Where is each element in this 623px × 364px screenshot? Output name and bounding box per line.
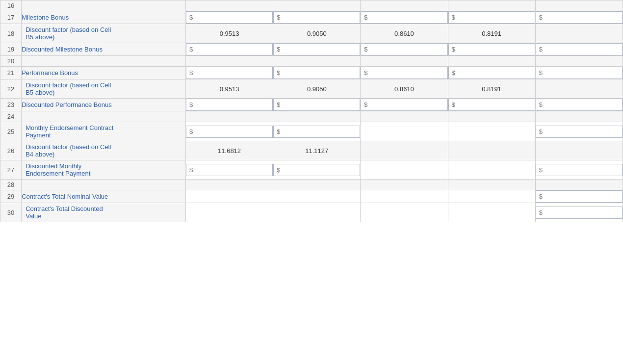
cell-21-1[interactable]: [185, 67, 273, 79]
input-19-1[interactable]: [186, 43, 273, 55]
row-num-26: 26: [0, 141, 22, 160]
cell-19-1[interactable]: [185, 43, 273, 56]
input-17-3[interactable]: [361, 11, 447, 24]
input-21-5[interactable]: [536, 67, 623, 79]
cell-24-5: [535, 111, 623, 122]
cell-25-3: [361, 122, 448, 141]
row-num-16: 16: [0, 0, 22, 11]
row-num-25: 25: [0, 122, 22, 141]
row-label-27-line2: Endorsement Payment: [26, 170, 182, 177]
cell-28-4: [448, 180, 535, 190]
row-26: 26 Discount factor (based on Cell B4 abo…: [0, 141, 623, 160]
cell-18-3: 0.8610: [361, 24, 448, 43]
cell-29-3: [361, 190, 448, 203]
input-23-1[interactable]: [186, 99, 273, 111]
input-23-4[interactable]: [448, 99, 535, 111]
input-27-2[interactable]: [273, 164, 360, 176]
cell-23-3[interactable]: [361, 99, 448, 111]
row-num-19: 19: [0, 43, 22, 56]
cell-19-5[interactable]: [535, 43, 623, 56]
cell-18-1: 0.9513: [185, 24, 273, 43]
row-label-29: Contract's Total Nominal Value: [22, 190, 186, 203]
cell-25-5[interactable]: [535, 122, 623, 141]
cell-18-5: [535, 24, 623, 43]
input-29-5[interactable]: [536, 190, 623, 203]
cell-29-1: [185, 190, 273, 203]
input-21-3[interactable]: [361, 67, 447, 79]
cell-20-3: [361, 56, 448, 67]
row-label-25: Monthly Endorsement Contract Payment: [22, 122, 186, 141]
cell-21-4[interactable]: [448, 67, 535, 79]
input-23-3[interactable]: [361, 99, 447, 111]
cell-22-2: 0.9050: [273, 79, 361, 99]
row-17: 17 Milestone Bonus: [0, 11, 623, 24]
spreadsheet-table: 16 17 Milestone Bonus 18 Discount: [0, 0, 623, 222]
cell-30-5[interactable]: [535, 203, 623, 222]
input-21-1[interactable]: [186, 67, 273, 79]
input-25-2[interactable]: [273, 126, 360, 138]
cell-17-1[interactable]: [185, 11, 273, 24]
cell-27-5[interactable]: [535, 160, 623, 180]
input-19-4[interactable]: [448, 43, 535, 55]
input-27-1[interactable]: [186, 164, 273, 176]
row-30: 30 Contract's Total Discounted Value: [0, 203, 623, 222]
input-27-5[interactable]: [536, 164, 623, 176]
cell-21-2[interactable]: [273, 67, 361, 79]
cell-25-1[interactable]: [185, 122, 273, 141]
cell-26-2: 11.1127: [273, 141, 361, 160]
cell-23-1[interactable]: [185, 99, 273, 111]
row-num-17: 17: [0, 11, 22, 24]
cell-22-3: 0.8610: [361, 79, 448, 99]
input-17-1[interactable]: [186, 11, 273, 24]
cell-23-4[interactable]: [448, 99, 535, 111]
cell-19-2[interactable]: [273, 43, 361, 56]
cell-28-2: [273, 180, 361, 190]
input-17-5[interactable]: [536, 11, 623, 24]
input-21-4[interactable]: [448, 67, 535, 79]
cell-17-3[interactable]: [361, 11, 448, 24]
cell-30-3: [361, 203, 448, 222]
cell-19-3[interactable]: [361, 43, 448, 56]
input-23-2[interactable]: [273, 99, 360, 111]
input-19-2[interactable]: [273, 43, 360, 55]
input-25-1[interactable]: [186, 126, 273, 138]
row-label-22: Discount factor (based on Cell B5 above): [22, 79, 186, 99]
cell-29-5[interactable]: [535, 190, 623, 203]
input-19-5[interactable]: [536, 43, 623, 55]
row-label-19: Discounted Milestone Bonus: [22, 43, 186, 56]
row-label-27: Discounted Monthly Endorsement Payment: [22, 160, 186, 180]
cell-17-4[interactable]: [448, 11, 535, 24]
cell-27-2[interactable]: [273, 160, 361, 180]
cell-20-4: [448, 56, 535, 67]
cell-28-3: [361, 180, 448, 190]
row-16: 16: [0, 0, 623, 11]
input-21-2[interactable]: [273, 67, 360, 79]
row-label-26-line1: Discount factor (based on Cell: [26, 143, 182, 151]
cell-24-1: [185, 111, 273, 122]
input-17-2[interactable]: [273, 11, 360, 24]
cell-17-5[interactable]: [535, 11, 623, 24]
cell-27-1[interactable]: [185, 160, 273, 180]
row-29: 29 Contract's Total Nominal Value: [0, 190, 623, 203]
cell-28-1: [185, 180, 273, 190]
row-label-21: Performance Bonus: [22, 67, 186, 79]
row-25: 25 Monthly Endorsement Contract Payment: [0, 122, 623, 141]
cell-25-2[interactable]: [273, 122, 361, 141]
input-17-4[interactable]: [448, 11, 535, 24]
input-23-5[interactable]: [536, 99, 623, 111]
input-25-5[interactable]: [536, 126, 623, 138]
row-18: 18 Discount factor (based on Cell B5 abo…: [0, 24, 623, 43]
row-20: 20: [0, 56, 623, 67]
cell-17-2[interactable]: [273, 11, 361, 24]
row-label-17: Milestone Bonus: [22, 11, 186, 24]
input-19-3[interactable]: [361, 43, 447, 55]
cell-23-2[interactable]: [273, 99, 361, 111]
cell-19-4[interactable]: [448, 43, 535, 56]
cell-30-4: [448, 203, 535, 222]
cell-23-5[interactable]: [535, 99, 623, 111]
input-30-5[interactable]: [536, 207, 623, 219]
cell-20-1: [185, 56, 273, 67]
cell-20-5: [535, 56, 623, 67]
cell-21-5[interactable]: [535, 67, 623, 79]
cell-21-3[interactable]: [361, 67, 448, 79]
